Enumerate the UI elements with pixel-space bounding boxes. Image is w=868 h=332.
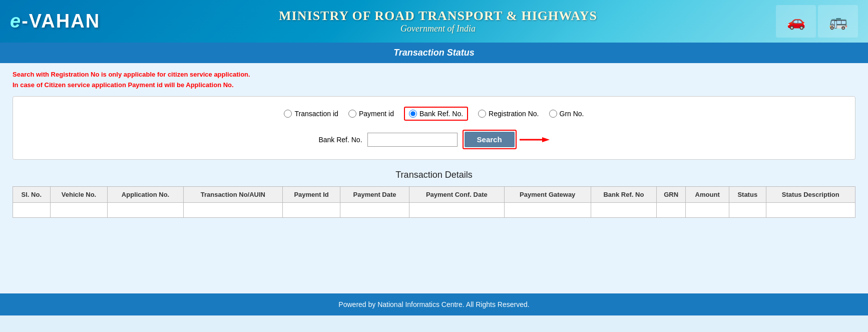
cell-bank-ref-no — [591, 203, 656, 218]
cell-status-description — [766, 203, 855, 218]
col-status: Status — [729, 187, 766, 203]
table-row — [13, 203, 855, 218]
ministry-name: MINISTRY OF ROAD TRANSPORT & HIGHWAYS — [100, 9, 776, 24]
col-payment-gateway: Payment Gateway — [504, 187, 591, 203]
search-button[interactable]: Search — [465, 132, 515, 147]
cell-transaction-no — [183, 203, 283, 218]
radio-registration-no[interactable]: Registration No. — [478, 110, 539, 118]
search-input[interactable] — [367, 133, 458, 147]
radio-group: Transaction id Payment id Bank Ref. No. … — [23, 107, 845, 121]
radio-transaction-id[interactable]: Transaction id — [284, 110, 338, 118]
col-status-description: Status Description — [766, 187, 855, 203]
cell-vehicle-no — [50, 203, 108, 218]
header: e-VAHAN MINISTRY OF ROAD TRANSPORT & HIG… — [0, 0, 868, 43]
cell-amount — [686, 203, 729, 218]
radio-label-bank-ref-no: Bank Ref. No. — [419, 110, 463, 118]
transaction-details-title: Transaction Details — [13, 170, 855, 180]
svg-marker-1 — [542, 137, 550, 142]
table-header-row: Sl. No. Vehicle No. Application No. Tran… — [13, 187, 855, 203]
red-arrow-icon — [520, 135, 550, 145]
col-payment-conf-date: Payment Conf. Date — [409, 187, 504, 203]
header-title: MINISTRY OF ROAD TRANSPORT & HIGHWAYS Go… — [100, 9, 776, 34]
cell-payment-date — [340, 203, 409, 218]
radio-payment-id[interactable]: Payment id — [348, 110, 394, 118]
search-btn-highlight: Search — [463, 130, 517, 149]
radio-input-grn-no[interactable] — [549, 110, 557, 118]
col-sl-no: Sl. No. — [13, 187, 51, 203]
vehicle-image-1: 🚗 — [776, 5, 816, 38]
footer: Powered by National Informatics Centre. … — [0, 293, 868, 315]
search-panel: Transaction id Payment id Bank Ref. No. … — [13, 96, 855, 160]
col-application-no: Application No. — [108, 187, 183, 203]
col-payment-id: Payment Id — [283, 187, 340, 203]
cell-grn — [656, 203, 685, 218]
search-field-label: Bank Ref. No. — [318, 136, 362, 144]
arrow-wrapper: Search — [463, 130, 550, 149]
notice-line1: Search with Registration No is only appl… — [13, 71, 855, 78]
government-name: Government of India — [100, 24, 776, 34]
header-images: 🚗 🚌 — [776, 5, 858, 38]
cell-sl-no — [13, 203, 51, 218]
col-vehicle-no: Vehicle No. — [50, 187, 108, 203]
radio-input-bank-ref-no[interactable] — [409, 110, 417, 118]
radio-grn-no[interactable]: Grn No. — [549, 110, 584, 118]
radio-input-registration-no[interactable] — [478, 110, 486, 118]
cell-status — [729, 203, 766, 218]
col-transaction-no: Transaction No/AUIN — [183, 187, 283, 203]
col-grn: GRN — [656, 187, 685, 203]
col-bank-ref-no: Bank Ref. No — [591, 187, 656, 203]
arrow-indicator — [520, 135, 550, 145]
col-payment-date: Payment Date — [340, 187, 409, 203]
logo: e-VAHAN — [10, 11, 100, 32]
radio-label-payment-id: Payment id — [359, 110, 394, 118]
radio-input-transaction-id[interactable] — [284, 110, 292, 118]
cell-application-no — [108, 203, 183, 218]
cell-payment-conf-date — [409, 203, 504, 218]
col-amount: Amount — [686, 187, 729, 203]
transaction-table: Sl. No. Vehicle No. Application No. Tran… — [13, 186, 855, 218]
radio-label-registration-no: Registration No. — [489, 110, 539, 118]
main-content: Search with Registration No is only appl… — [0, 63, 868, 293]
radio-label-grn-no: Grn No. — [560, 110, 584, 118]
radio-bank-ref-no[interactable]: Bank Ref. No. — [404, 107, 468, 121]
notice-line2: In case of Citizen service application P… — [13, 81, 855, 89]
radio-input-payment-id[interactable] — [348, 110, 356, 118]
page-title: Transaction Status — [393, 48, 475, 58]
cell-payment-id — [283, 203, 340, 218]
footer-text: Powered by National Informatics Centre. … — [338, 300, 529, 308]
radio-label-transaction-id: Transaction id — [294, 110, 338, 118]
search-row: Bank Ref. No. Search — [23, 130, 845, 149]
sub-header: Transaction Status — [0, 43, 868, 63]
vehicle-image-2: 🚌 — [818, 5, 858, 38]
cell-payment-gateway — [504, 203, 591, 218]
